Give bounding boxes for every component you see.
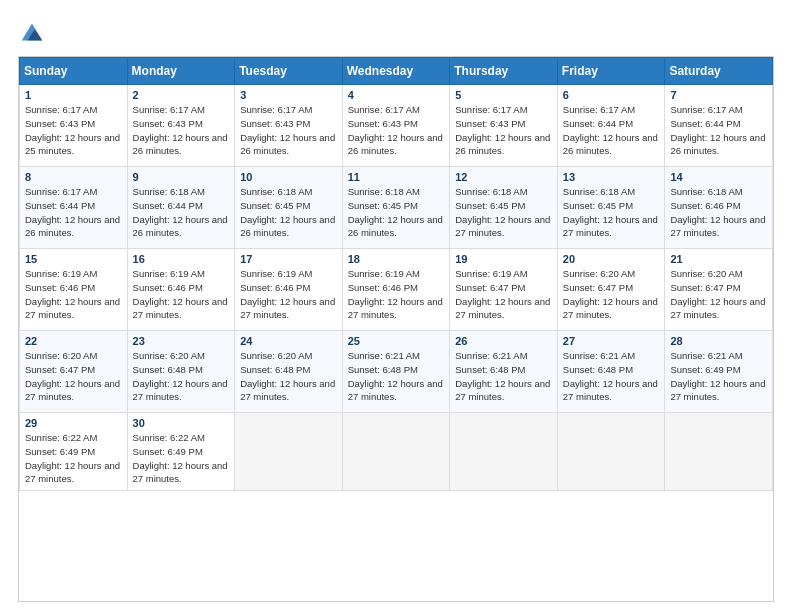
calendar-day-cell: 25Sunrise: 6:21 AMSunset: 6:48 PMDayligh… [342,331,450,413]
calendar-day-cell: 10Sunrise: 6:18 AMSunset: 6:45 PMDayligh… [235,167,343,249]
day-info: Sunrise: 6:20 AMSunset: 6:47 PMDaylight:… [563,267,660,322]
day-number: 23 [133,335,230,347]
calendar-table: SundayMondayTuesdayWednesdayThursdayFrid… [19,57,773,491]
day-number: 19 [455,253,552,265]
calendar-day-cell: 1Sunrise: 6:17 AMSunset: 6:43 PMDaylight… [20,85,128,167]
day-info: Sunrise: 6:19 AMSunset: 6:46 PMDaylight:… [133,267,230,322]
weekday-header: Wednesday [342,58,450,85]
day-info: Sunrise: 6:17 AMSunset: 6:43 PMDaylight:… [455,103,552,158]
day-number: 29 [25,417,122,429]
day-info: Sunrise: 6:19 AMSunset: 6:46 PMDaylight:… [348,267,445,322]
calendar-day-cell: 29Sunrise: 6:22 AMSunset: 6:49 PMDayligh… [20,413,128,491]
day-number: 15 [25,253,122,265]
calendar-day-cell: 3Sunrise: 6:17 AMSunset: 6:43 PMDaylight… [235,85,343,167]
calendar-week-row: 15Sunrise: 6:19 AMSunset: 6:46 PMDayligh… [20,249,773,331]
day-info: Sunrise: 6:18 AMSunset: 6:44 PMDaylight:… [133,185,230,240]
page: SundayMondayTuesdayWednesdayThursdayFrid… [0,0,792,612]
calendar-day-cell: 9Sunrise: 6:18 AMSunset: 6:44 PMDaylight… [127,167,235,249]
day-info: Sunrise: 6:19 AMSunset: 6:46 PMDaylight:… [25,267,122,322]
calendar-day-cell [235,413,343,491]
day-info: Sunrise: 6:17 AMSunset: 6:44 PMDaylight:… [563,103,660,158]
day-info: Sunrise: 6:20 AMSunset: 6:48 PMDaylight:… [240,349,337,404]
day-info: Sunrise: 6:17 AMSunset: 6:44 PMDaylight:… [670,103,767,158]
calendar-day-cell: 28Sunrise: 6:21 AMSunset: 6:49 PMDayligh… [665,331,773,413]
calendar-day-cell: 12Sunrise: 6:18 AMSunset: 6:45 PMDayligh… [450,167,558,249]
calendar-body: 1Sunrise: 6:17 AMSunset: 6:43 PMDaylight… [20,85,773,491]
calendar-week-row: 29Sunrise: 6:22 AMSunset: 6:49 PMDayligh… [20,413,773,491]
day-number: 28 [670,335,767,347]
weekday-header: Monday [127,58,235,85]
header [18,18,774,46]
day-number: 30 [133,417,230,429]
weekday-header: Friday [557,58,665,85]
day-number: 16 [133,253,230,265]
calendar-week-row: 1Sunrise: 6:17 AMSunset: 6:43 PMDaylight… [20,85,773,167]
day-info: Sunrise: 6:21 AMSunset: 6:48 PMDaylight:… [455,349,552,404]
day-info: Sunrise: 6:17 AMSunset: 6:43 PMDaylight:… [133,103,230,158]
logo-icon [18,18,46,46]
day-number: 12 [455,171,552,183]
day-number: 26 [455,335,552,347]
weekday-header: Saturday [665,58,773,85]
day-info: Sunrise: 6:18 AMSunset: 6:45 PMDaylight:… [563,185,660,240]
calendar-day-cell: 7Sunrise: 6:17 AMSunset: 6:44 PMDaylight… [665,85,773,167]
day-info: Sunrise: 6:18 AMSunset: 6:45 PMDaylight:… [348,185,445,240]
day-info: Sunrise: 6:20 AMSunset: 6:48 PMDaylight:… [133,349,230,404]
day-info: Sunrise: 6:20 AMSunset: 6:47 PMDaylight:… [670,267,767,322]
calendar-day-cell: 6Sunrise: 6:17 AMSunset: 6:44 PMDaylight… [557,85,665,167]
day-info: Sunrise: 6:22 AMSunset: 6:49 PMDaylight:… [25,431,122,486]
calendar-day-cell: 30Sunrise: 6:22 AMSunset: 6:49 PMDayligh… [127,413,235,491]
calendar: SundayMondayTuesdayWednesdayThursdayFrid… [18,56,774,602]
day-info: Sunrise: 6:19 AMSunset: 6:47 PMDaylight:… [455,267,552,322]
day-number: 14 [670,171,767,183]
calendar-day-cell: 26Sunrise: 6:21 AMSunset: 6:48 PMDayligh… [450,331,558,413]
calendar-day-cell: 19Sunrise: 6:19 AMSunset: 6:47 PMDayligh… [450,249,558,331]
day-number: 2 [133,89,230,101]
calendar-day-cell: 17Sunrise: 6:19 AMSunset: 6:46 PMDayligh… [235,249,343,331]
calendar-day-cell: 11Sunrise: 6:18 AMSunset: 6:45 PMDayligh… [342,167,450,249]
day-info: Sunrise: 6:17 AMSunset: 6:43 PMDaylight:… [25,103,122,158]
day-number: 8 [25,171,122,183]
calendar-day-cell: 13Sunrise: 6:18 AMSunset: 6:45 PMDayligh… [557,167,665,249]
calendar-day-cell: 8Sunrise: 6:17 AMSunset: 6:44 PMDaylight… [20,167,128,249]
calendar-day-cell: 5Sunrise: 6:17 AMSunset: 6:43 PMDaylight… [450,85,558,167]
day-info: Sunrise: 6:21 AMSunset: 6:48 PMDaylight:… [563,349,660,404]
day-number: 24 [240,335,337,347]
calendar-week-row: 8Sunrise: 6:17 AMSunset: 6:44 PMDaylight… [20,167,773,249]
calendar-day-cell: 15Sunrise: 6:19 AMSunset: 6:46 PMDayligh… [20,249,128,331]
calendar-day-cell: 2Sunrise: 6:17 AMSunset: 6:43 PMDaylight… [127,85,235,167]
day-info: Sunrise: 6:22 AMSunset: 6:49 PMDaylight:… [133,431,230,486]
day-info: Sunrise: 6:18 AMSunset: 6:45 PMDaylight:… [240,185,337,240]
calendar-day-cell: 23Sunrise: 6:20 AMSunset: 6:48 PMDayligh… [127,331,235,413]
day-info: Sunrise: 6:17 AMSunset: 6:44 PMDaylight:… [25,185,122,240]
calendar-day-cell [342,413,450,491]
calendar-day-cell: 22Sunrise: 6:20 AMSunset: 6:47 PMDayligh… [20,331,128,413]
weekday-header: Sunday [20,58,128,85]
day-info: Sunrise: 6:18 AMSunset: 6:46 PMDaylight:… [670,185,767,240]
calendar-day-cell: 27Sunrise: 6:21 AMSunset: 6:48 PMDayligh… [557,331,665,413]
weekday-header: Thursday [450,58,558,85]
day-info: Sunrise: 6:17 AMSunset: 6:43 PMDaylight:… [348,103,445,158]
day-number: 18 [348,253,445,265]
day-number: 22 [25,335,122,347]
day-number: 9 [133,171,230,183]
calendar-header: SundayMondayTuesdayWednesdayThursdayFrid… [20,58,773,85]
calendar-day-cell: 24Sunrise: 6:20 AMSunset: 6:48 PMDayligh… [235,331,343,413]
day-info: Sunrise: 6:19 AMSunset: 6:46 PMDaylight:… [240,267,337,322]
calendar-day-cell [665,413,773,491]
day-number: 5 [455,89,552,101]
calendar-week-row: 22Sunrise: 6:20 AMSunset: 6:47 PMDayligh… [20,331,773,413]
weekday-header: Tuesday [235,58,343,85]
day-number: 25 [348,335,445,347]
calendar-day-cell [557,413,665,491]
day-number: 4 [348,89,445,101]
day-number: 11 [348,171,445,183]
day-info: Sunrise: 6:20 AMSunset: 6:47 PMDaylight:… [25,349,122,404]
day-info: Sunrise: 6:21 AMSunset: 6:49 PMDaylight:… [670,349,767,404]
calendar-day-cell: 18Sunrise: 6:19 AMSunset: 6:46 PMDayligh… [342,249,450,331]
calendar-day-cell: 14Sunrise: 6:18 AMSunset: 6:46 PMDayligh… [665,167,773,249]
day-number: 27 [563,335,660,347]
calendar-day-cell: 21Sunrise: 6:20 AMSunset: 6:47 PMDayligh… [665,249,773,331]
calendar-day-cell [450,413,558,491]
calendar-day-cell: 4Sunrise: 6:17 AMSunset: 6:43 PMDaylight… [342,85,450,167]
